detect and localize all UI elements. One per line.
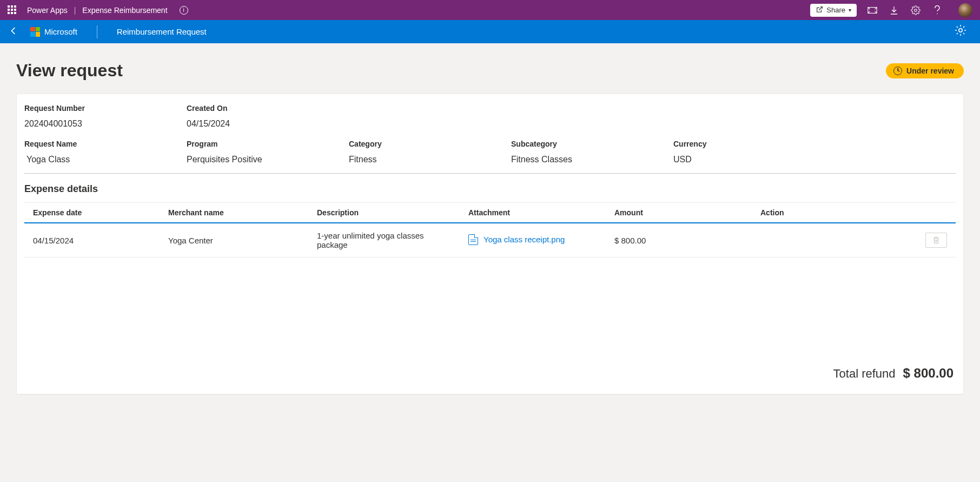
user-avatar[interactable]: [958, 3, 972, 17]
app-header: Microsoft Reimbursement Request: [0, 20, 980, 43]
field-label: Created On: [187, 104, 349, 113]
status-badge: Under review: [886, 63, 964, 78]
settings-icon[interactable]: [911, 5, 921, 15]
th-amount: Amount: [606, 203, 752, 223]
cell-attachment: Yoga class receipt.png: [460, 223, 606, 257]
top-title: Power Apps | Expense Reimbursement: [27, 6, 168, 15]
th-attachment: Attachment: [460, 203, 606, 223]
status-badge-label: Under review: [906, 67, 954, 75]
field-value: Perquisites Positive: [187, 155, 349, 164]
share-button-label: Share: [826, 6, 845, 14]
attachment-name: Yoga class receipt.png: [484, 235, 565, 244]
cell-amount: $ 800.00: [606, 223, 752, 257]
section-divider: [24, 173, 956, 174]
field-label: Request Name: [24, 140, 187, 148]
app-settings-icon[interactable]: [954, 24, 967, 40]
field-created-on: Created On 04/15/2024: [187, 104, 349, 129]
help-icon[interactable]: [933, 5, 941, 15]
field-label: Currency: [673, 140, 956, 148]
table-row: 04/15/2024 Yoga Center 1-year unlimited …: [24, 223, 956, 257]
field-value: USD: [673, 155, 956, 164]
th-action: Action: [752, 203, 956, 223]
clock-icon: [893, 67, 902, 75]
brand-label: Power Apps: [27, 6, 68, 15]
th-merchant: Merchant name: [160, 203, 308, 223]
request-card: Request Number 202404001053 Created On 0…: [16, 94, 964, 394]
file-image-icon: [468, 234, 478, 245]
svg-point-1: [915, 9, 917, 11]
microsoft-logo-icon: [30, 27, 40, 37]
field-value: 04/15/2024: [187, 119, 349, 129]
fit-screen-icon[interactable]: [868, 6, 877, 14]
field-subcategory: Subcategory Fitness Classes: [511, 140, 673, 164]
field-value: 202404001053: [24, 119, 187, 129]
field-label: Program: [187, 140, 349, 148]
field-request-name: Request Name Yoga Class: [24, 140, 187, 164]
expense-table: Expense date Merchant name Description A…: [24, 202, 956, 257]
delete-row-button[interactable]: [925, 233, 947, 248]
share-button[interactable]: Share ▾: [810, 4, 857, 17]
microsoft-label: Microsoft: [44, 27, 77, 36]
total-refund-value: $ 800.00: [903, 366, 953, 381]
expense-section-title: Expense details: [24, 183, 956, 195]
cell-date: 04/15/2024: [24, 223, 160, 257]
field-program: Program Perquisites Positive: [187, 140, 349, 164]
app-launcher-icon[interactable]: [8, 5, 17, 15]
field-value: Fitness: [349, 155, 511, 164]
field-category: Category Fitness: [349, 140, 511, 164]
power-apps-top-bar: Power Apps | Expense Reimbursement i Sha…: [0, 0, 980, 20]
title-separator: |: [72, 6, 78, 15]
screen-name: Reimbursement Request: [117, 27, 207, 36]
page-title: View request: [16, 61, 123, 81]
svg-point-3: [959, 28, 962, 31]
cell-action: [752, 223, 956, 257]
total-refund-label: Total refund: [833, 367, 896, 381]
field-request-number: Request Number 202404001053: [24, 104, 187, 129]
field-value: Fitness Classes: [511, 155, 673, 164]
field-label: Category: [349, 140, 511, 148]
field-label: Request Number: [24, 104, 187, 113]
info-icon[interactable]: i: [180, 6, 188, 15]
field-currency: Currency USD: [673, 140, 956, 164]
app-label: Expense Reimbursement: [82, 6, 167, 15]
cell-description: 1-year unlimited yoga classes package: [308, 223, 460, 257]
header-divider: [97, 25, 97, 38]
main-content: View request Under review Request Number…: [0, 43, 980, 482]
cell-merchant: Yoga Center: [160, 223, 308, 257]
th-expense-date: Expense date: [24, 203, 160, 223]
table-header-row: Expense date Merchant name Description A…: [24, 203, 956, 223]
share-icon: [816, 5, 823, 15]
th-description: Description: [308, 203, 460, 223]
svg-point-2: [937, 13, 938, 14]
field-value: Yoga Class: [24, 155, 187, 164]
field-label: Subcategory: [511, 140, 673, 148]
total-refund-row: Total refund $ 800.00: [24, 366, 956, 381]
chevron-down-icon: ▾: [849, 7, 851, 13]
trash-icon: [933, 236, 939, 244]
attachment-link[interactable]: Yoga class receipt.png: [468, 234, 565, 245]
download-icon[interactable]: [890, 6, 898, 15]
back-button[interactable]: [8, 26, 19, 37]
